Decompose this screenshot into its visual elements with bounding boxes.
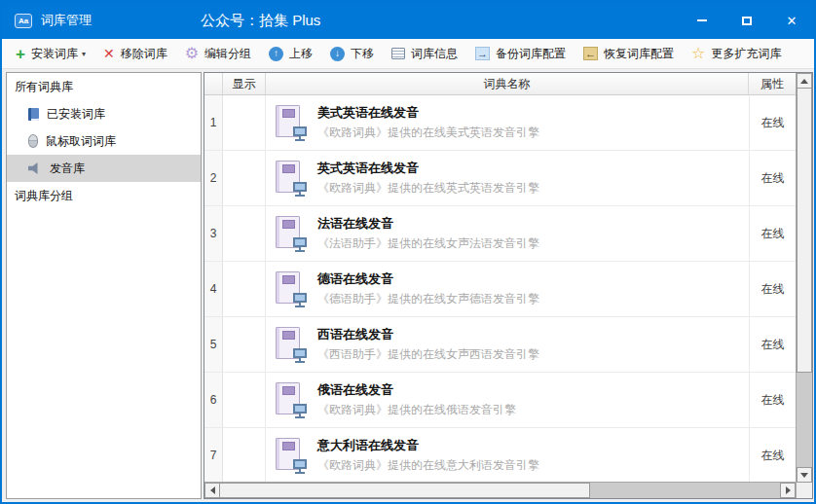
sidebar: 所有词典库 已安装词库 鼠标取词词库 发音库 词典库分组	[6, 72, 202, 499]
toolbar-button-down[interactable]: ↓ 下移	[321, 43, 383, 65]
row-show-cell[interactable]	[223, 262, 266, 316]
row-attribute: 在线	[749, 373, 796, 427]
sidebar-item-label: 词典库分组	[15, 188, 73, 204]
row-name-cell: 意大利语在线发音 《欧路词典》提供的在线意大利语发音引擎	[266, 428, 749, 482]
up-icon: ↑	[269, 47, 283, 61]
toolbar-button-gear[interactable]: ⚙ 编辑分组	[176, 43, 260, 65]
toolbar-button-label: 上移	[289, 46, 313, 62]
row-show-cell[interactable]	[223, 95, 266, 150]
toolbar-button-remove[interactable]: ✕ 移除词库	[94, 43, 176, 65]
table-row[interactable]: 3 法语在线发音 《法语助手》提供的在线女声法语发音引擎 在线	[204, 206, 796, 262]
dictionary-title: 德语在线发音	[317, 270, 539, 288]
toolbar-button-backup[interactable]: → 备份词库配置	[466, 43, 575, 65]
row-attribute: 在线	[749, 428, 796, 482]
dictionary-title: 英式英语在线发音	[317, 160, 539, 177]
row-show-cell[interactable]	[223, 373, 266, 427]
book-icon	[28, 108, 39, 121]
header-attribute: 属性	[749, 73, 796, 94]
app-icon: Aa	[15, 14, 32, 28]
maximize-button[interactable]	[724, 2, 769, 39]
toolbar-button-star[interactable]: ☆ 更多扩充词库	[683, 43, 790, 65]
row-attribute: 在线	[749, 95, 796, 150]
scroll-right-button[interactable]	[780, 483, 796, 498]
info-icon	[391, 48, 405, 59]
sidebar-item-label: 所有词典库	[15, 79, 73, 95]
right-arrow-icon	[786, 486, 791, 494]
row-show-cell[interactable]	[223, 206, 266, 261]
table-row[interactable]: 4 德语在线发音 《德语助手》提供的在线女声德语发音引擎 在线	[204, 262, 796, 317]
window-title: 词库管理	[41, 12, 92, 29]
table-row[interactable]: 1 美式英语在线发音 《欧路词典》提供的在线美式英语发音引擎 在线	[204, 95, 796, 151]
sidebar-item-3[interactable]: 发音库	[7, 155, 201, 182]
horizontal-scrollbar-thumb[interactable]	[220, 483, 590, 498]
table-row[interactable]: 6 俄语在线发音 《欧路词典》提供的在线俄语发音引擎 在线	[204, 373, 796, 428]
row-name-cell: 英式英语在线发音 《欧路词典》提供的在线英式英语发音引擎	[266, 151, 749, 205]
dictionary-manager-window: Aa 词库管理 公众号：拾集 Plus ✕ + 安装词库 ▾ ✕ 移除词库 ⚙ …	[0, 0, 816, 504]
dictionary-subtitle: 《西语助手》提供的在线女声西语发音引擎	[317, 346, 539, 363]
dictionary-title: 美式英语在线发音	[317, 104, 539, 122]
row-attribute: 在线	[749, 262, 796, 316]
toolbar-button-up[interactable]: ↑ 上移	[260, 43, 321, 65]
row-name-cell: 西语在线发音 《西语助手》提供的在线女声西语发音引擎	[266, 317, 749, 372]
header-show: 显示	[223, 73, 266, 94]
sidebar-item-0[interactable]: 所有词典库	[7, 73, 201, 100]
left-arrow-icon	[210, 486, 215, 494]
row-name-cell: 德语在线发音 《德语助手》提供的在线女声德语发音引擎	[266, 262, 749, 316]
close-button[interactable]: ✕	[769, 2, 814, 39]
minimize-button[interactable]	[680, 2, 724, 39]
scroll-up-button[interactable]	[797, 73, 812, 89]
maximize-icon	[742, 17, 752, 25]
up-arrow-icon	[800, 79, 808, 84]
restore-icon: ←	[583, 47, 598, 60]
dictionary-title: 俄语在线发音	[317, 381, 516, 399]
dictionary-book-icon	[274, 324, 309, 365]
toolbar-button-restore[interactable]: ← 恢复词库配置	[575, 43, 683, 65]
toolbar-button-label: 编辑分组	[204, 46, 251, 62]
toolbar-button-label: 词库信息	[411, 46, 458, 62]
row-show-cell[interactable]	[223, 151, 266, 205]
horizontal-scrollbar-track[interactable]	[590, 483, 780, 498]
minimize-icon	[697, 19, 707, 21]
dictionary-book-icon	[274, 379, 309, 420]
toolbar-button-plus[interactable]: + 安装词库 ▾	[7, 43, 94, 65]
toolbar-button-info[interactable]: 词库信息	[383, 43, 466, 65]
vertical-scrollbar	[796, 73, 812, 498]
table-row[interactable]: 2 英式英语在线发音 《欧路词典》提供的在线英式英语发音引擎 在线	[204, 151, 796, 206]
speaker-icon	[28, 162, 42, 174]
dictionary-book-icon	[274, 102, 309, 143]
table-row[interactable]: 7 意大利语在线发音 《欧路词典》提供的在线意大利语发音引擎 在线	[204, 428, 796, 482]
dictionary-book-icon	[274, 158, 309, 198]
window-controls: ✕	[680, 2, 814, 39]
dictionary-subtitle: 《欧路词典》提供的在线美式英语发音引擎	[317, 125, 539, 141]
dictionary-subtitle: 《欧路词典》提供的在线俄语发音引擎	[317, 402, 516, 418]
row-number: 3	[204, 206, 223, 261]
sidebar-item-2[interactable]: 鼠标取词词库	[7, 127, 201, 155]
dictionary-subtitle: 《欧路词典》提供的在线意大利语发音引擎	[317, 457, 539, 474]
row-number: 2	[204, 151, 223, 205]
gear-icon: ⚙	[185, 46, 199, 61]
toolbar-button-label: 下移	[351, 46, 374, 62]
row-attribute: 在线	[749, 151, 796, 205]
backup-icon: →	[475, 47, 490, 60]
row-attribute: 在线	[749, 206, 796, 261]
table-body: 1 美式英语在线发音 《欧路词典》提供的在线美式英语发音引擎 在线 2	[204, 95, 796, 482]
row-show-cell[interactable]	[223, 428, 266, 482]
vertical-scrollbar-track[interactable]	[797, 373, 812, 467]
sidebar-item-label: 发音库	[50, 161, 85, 177]
close-icon: ✕	[787, 15, 797, 27]
vertical-scrollbar-thumb[interactable]	[797, 89, 812, 373]
sidebar-item-label: 鼠标取词词库	[46, 133, 116, 150]
scrollbar-corner	[797, 483, 812, 498]
table-header: 显示 词典名称 属性	[204, 73, 796, 95]
row-number: 7	[204, 428, 223, 482]
scroll-left-button[interactable]	[204, 483, 220, 498]
row-show-cell[interactable]	[223, 317, 266, 372]
sidebar-item-4[interactable]: 词典库分组	[7, 182, 201, 209]
sidebar-item-1[interactable]: 已安装词库	[7, 100, 201, 127]
scroll-down-button[interactable]	[797, 467, 812, 483]
dictionary-title: 法语在线发音	[317, 215, 539, 233]
dropdown-caret-icon: ▾	[82, 50, 86, 58]
toolbar-button-label: 更多扩充词库	[711, 46, 781, 62]
table-row[interactable]: 5 西语在线发音 《西语助手》提供的在线女声西语发音引擎 在线	[204, 317, 796, 373]
dictionary-book-icon	[274, 213, 309, 254]
